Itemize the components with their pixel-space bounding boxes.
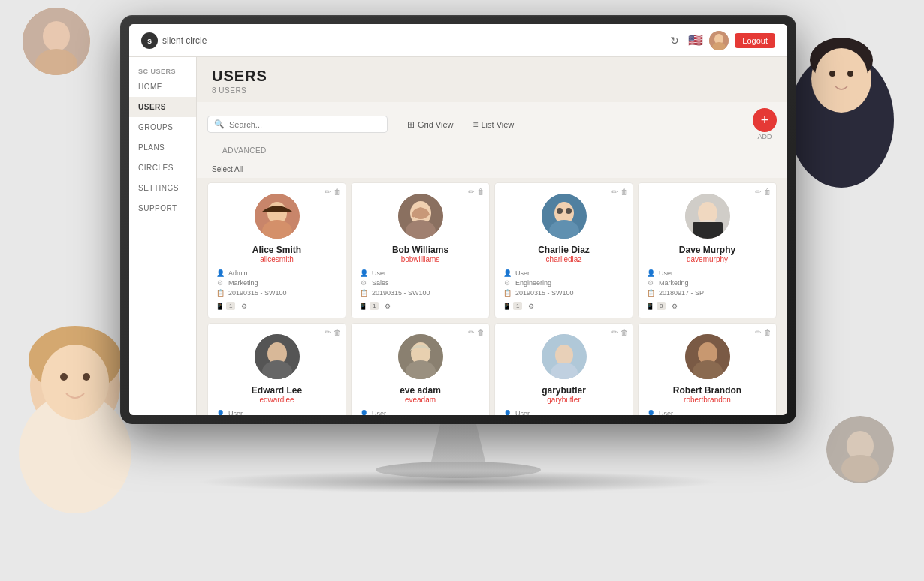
delete-icon[interactable]: 🗑 <box>621 328 628 336</box>
dept-text: Sales <box>372 279 389 287</box>
user-name: eve adam <box>400 385 441 396</box>
monitor: s silent circle ↻ 🇺🇸 Logout <box>120 15 796 480</box>
search-input[interactable] <box>229 120 381 129</box>
card-actions: ✏ 🗑 <box>755 188 772 196</box>
user-handle[interactable]: alicesmith <box>260 255 293 263</box>
user-meta: 👤 Admin ⚙ Marketing 📋 20190315 - SW100 📱… <box>216 269 338 310</box>
user-card-robertbrandon[interactable]: ✏ 🗑 Robert Brandon robertbrandon 👤 User … <box>638 323 777 415</box>
plan-icon: 📋 <box>503 289 512 297</box>
flag-icon[interactable]: 🇺🇸 <box>688 33 703 48</box>
user-handle[interactable]: charliediaz <box>546 255 582 263</box>
grid-view-button[interactable]: ⊞ Grid View <box>403 117 457 132</box>
meta-role: 👤 User <box>646 269 768 277</box>
sidebar-item-settings[interactable]: SETTINGS <box>129 178 196 198</box>
role-text: User <box>372 269 386 277</box>
meta-role: 👤 User <box>359 410 482 415</box>
plan-icon: 📋 <box>359 289 368 297</box>
group-icon: ⚙ <box>646 279 655 287</box>
monitor-shadow <box>195 471 721 493</box>
dept-text: Marketing <box>228 279 258 287</box>
role-text: User <box>515 410 530 415</box>
advanced-link[interactable]: ADVANCED <box>207 145 777 156</box>
card-actions: ✏ 🗑 <box>611 328 628 336</box>
meta-bottom: 📱 1 ⚙ <box>359 302 482 310</box>
svg-point-12 <box>815 48 868 105</box>
user-handle[interactable]: robertbrandon <box>684 396 731 404</box>
delete-icon[interactable]: 🗑 <box>334 328 341 336</box>
user-avatar <box>398 194 443 239</box>
sidebar-item-groups[interactable]: GROUPS <box>129 117 196 137</box>
user-card-alicesmith[interactable]: ✏ 🗑 Alice Smith alicesmith 👤 Admin ⚙ Mar… <box>207 182 346 318</box>
delete-icon[interactable]: 🗑 <box>764 188 772 196</box>
edit-icon[interactable]: ✏ <box>755 188 761 196</box>
user-handle[interactable]: garybutler <box>547 396 580 404</box>
edit-icon[interactable]: ✏ <box>468 188 474 196</box>
sidebar-item-home[interactable]: HOME <box>129 77 196 97</box>
list-icon: ≡ <box>473 119 478 130</box>
card-actions: ✏ 🗑 <box>468 188 485 196</box>
card-actions: ✏ 🗑 <box>325 328 341 336</box>
svg-point-17 <box>841 455 879 482</box>
user-card-bobwilliams[interactable]: ✏ 🗑 Bob Williams bobwilliams 👤 User ⚙ Sa… <box>351 182 490 318</box>
delete-icon[interactable]: 🗑 <box>621 188 628 196</box>
person-icon: 👤 <box>359 269 368 277</box>
refresh-icon[interactable]: ↻ <box>667 33 682 48</box>
person-icon: 👤 <box>503 269 512 277</box>
device-badge: 📱 1 <box>359 302 379 310</box>
plan-text: 20180917 - SP <box>659 289 704 297</box>
plan-icon: 📋 <box>646 289 655 297</box>
svg-point-8 <box>83 373 90 381</box>
logout-button[interactable]: Logout <box>735 33 775 48</box>
person-icon: 👤 <box>503 410 512 415</box>
status-icon: ⚙ <box>241 303 247 310</box>
search-box[interactable]: 🔍 <box>207 116 388 133</box>
role-text: Admin <box>228 269 248 277</box>
edit-icon[interactable]: ✏ <box>325 328 331 336</box>
meta-plan: 📋 20190315 - SW100 <box>503 289 625 297</box>
user-card-edwardlee[interactable]: ✏ 🗑 Edward Lee edwardlee 👤 User ⚙ Sales … <box>207 323 346 415</box>
select-all-button[interactable]: Select All <box>212 165 243 173</box>
user-card-eveadam[interactable]: ✏ 🗑 eve adam eveadam 👤 User ⚙ Marketing … <box>351 323 490 415</box>
sidebar-item-users[interactable]: USERS <box>129 97 196 117</box>
add-button[interactable]: + <box>753 108 777 132</box>
edit-icon[interactable]: ✏ <box>468 328 474 336</box>
plan-icon: 📋 <box>216 289 225 297</box>
header-avatar[interactable] <box>709 31 729 50</box>
user-card-charliediaz[interactable]: ✏ 🗑 Charlie Diaz charliediaz 👤 User ⚙ En… <box>494 182 633 318</box>
delete-icon[interactable]: 🗑 <box>334 188 341 196</box>
meta-dept: ⚙ Sales <box>359 279 482 287</box>
meta-dept: ⚙ Engineering <box>503 279 625 287</box>
edit-icon[interactable]: ✏ <box>325 188 331 196</box>
card-actions: ✏ 🗑 <box>468 328 485 336</box>
delete-icon[interactable]: 🗑 <box>477 188 485 196</box>
meta-role: 👤 User <box>503 410 625 415</box>
svg-point-31 <box>566 208 572 214</box>
user-name: Dave Murphy <box>679 245 735 255</box>
delete-icon[interactable]: 🗑 <box>477 328 485 336</box>
user-meta: 👤 User ⚙ Engineering 📋 20190315 - SW100 … <box>503 410 625 415</box>
sidebar-item-support[interactable]: SUPPORT <box>129 198 196 218</box>
user-meta: 👤 User ⚙ Sales 📋 20190315 - SW100 📱 1 ⚙ <box>359 269 482 310</box>
user-avatar <box>685 334 730 379</box>
page-header: USERS 8 USERS <box>197 57 787 102</box>
plan-text: 20190315 - SW100 <box>372 289 430 297</box>
card-actions: ✏ 🗑 <box>755 328 772 336</box>
monitor-screen: s silent circle ↻ 🇺🇸 Logout <box>129 24 787 415</box>
add-label: ADD <box>757 133 772 140</box>
user-handle[interactable]: edwardlee <box>259 396 294 404</box>
dept-text: Marketing <box>659 279 689 287</box>
sidebar-item-plans[interactable]: PLANS <box>129 137 196 158</box>
list-view-button[interactable]: ≡ List View <box>468 117 518 132</box>
delete-icon[interactable]: 🗑 <box>764 328 772 336</box>
user-handle[interactable]: eveadam <box>405 396 436 404</box>
edit-icon[interactable]: ✏ <box>611 328 618 336</box>
user-handle[interactable]: bobwilliams <box>401 255 440 263</box>
sidebar-item-circles[interactable]: CIRCLES <box>129 158 196 178</box>
edit-icon[interactable]: ✏ <box>755 328 761 336</box>
user-card-davemurphy[interactable]: ✏ 🗑 Dave Murphy davemurphy 👤 User ⚙ Mark… <box>638 182 777 318</box>
user-handle[interactable]: davemurphy <box>687 255 728 263</box>
edit-icon[interactable]: ✏ <box>611 188 618 196</box>
toolbar-row2: ADVANCED <box>197 143 787 161</box>
user-card-garybutler[interactable]: ✏ 🗑 garybutler garybutler 👤 User ⚙ Engin… <box>494 323 633 415</box>
page-title: USERS <box>212 68 772 85</box>
